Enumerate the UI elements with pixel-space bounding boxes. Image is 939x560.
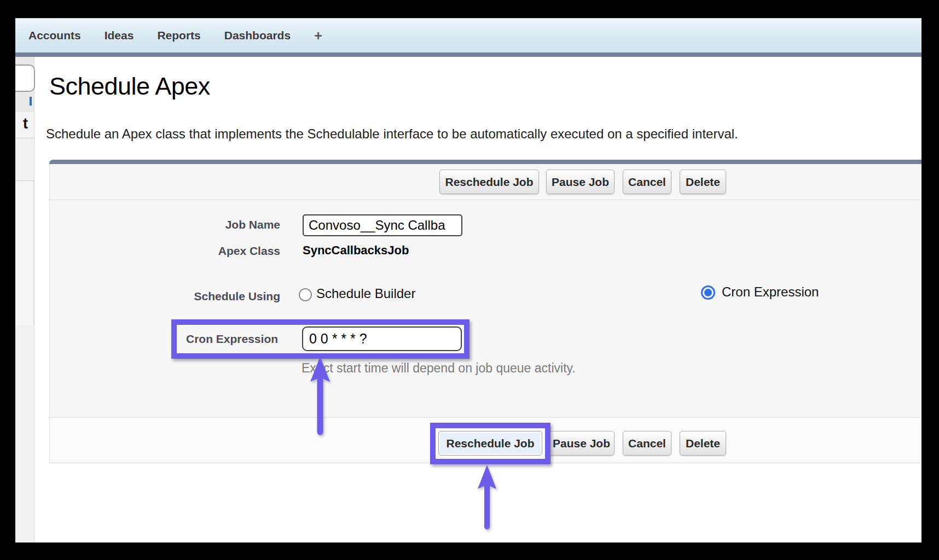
screenshot-border-right [921,0,939,560]
screenshot-stage: Accounts Ideas Reports Dashboards + t Sc… [0,0,939,560]
tab-dashboards[interactable]: Dashboards [224,29,291,42]
schedule-builder-radio-label[interactable]: Schedule Builder [316,286,415,301]
tab-bar: Accounts Ideas Reports Dashboards + [15,18,921,52]
radio-selected-dot [704,289,712,296]
annotation-arrow-reschedule [467,460,507,532]
cron-expression-radio-label[interactable]: Cron Expression [722,284,819,300]
job-name-input[interactable] [303,214,462,236]
delete-button-bottom[interactable]: Delete [680,431,726,456]
page-description: Schedule an Apex class that implements t… [46,126,738,142]
add-tab-plus-icon[interactable]: + [314,29,322,43]
cron-help-text: Exact start time will depend on job queu… [302,361,576,376]
screenshot-border-left [0,0,15,560]
sidebar-divider [15,138,34,138]
tab-ideas[interactable]: Ideas [105,29,134,42]
sidebar-section [15,181,34,325]
cancel-button-bottom[interactable]: Cancel [623,431,671,456]
sidebar-clipped: t [15,57,34,542]
delete-button-top[interactable]: Delete [680,170,726,194]
cancel-button-top[interactable]: Cancel [623,170,671,194]
panel-divider-bottom [49,417,939,418]
schedule-using-label: Schedule Using [143,290,280,303]
apex-class-label: Apex Class [143,244,280,258]
screenshot-border-top [0,0,939,18]
annotation-highlight-reschedule-button [430,423,550,464]
screenshot-border-bottom [0,542,939,560]
tab-reports[interactable]: Reports [157,29,200,42]
pause-job-button-bottom[interactable]: Pause Job [548,431,615,456]
pause-job-button-top[interactable]: Pause Job [546,170,615,194]
reschedule-job-button-top[interactable]: Reschedule Job [439,170,539,194]
sidebar-item-label-fragment: t [23,115,28,132]
page-title: Schedule Apex [49,72,210,101]
annotation-arrow-cron [300,352,340,442]
apex-class-value: SyncCallbacksJob [303,243,409,258]
panel-top-bar [49,160,939,164]
schedule-apex-form-panel [49,160,939,463]
panel-divider-top [49,200,939,200]
sidebar-link-fragment[interactable] [30,97,32,106]
job-name-label: Job Name [143,218,280,231]
tab-bar-underline [15,52,921,57]
schedule-builder-radio[interactable] [299,288,312,301]
tab-accounts[interactable]: Accounts [28,29,81,42]
cron-expression-radio[interactable] [701,285,715,300]
